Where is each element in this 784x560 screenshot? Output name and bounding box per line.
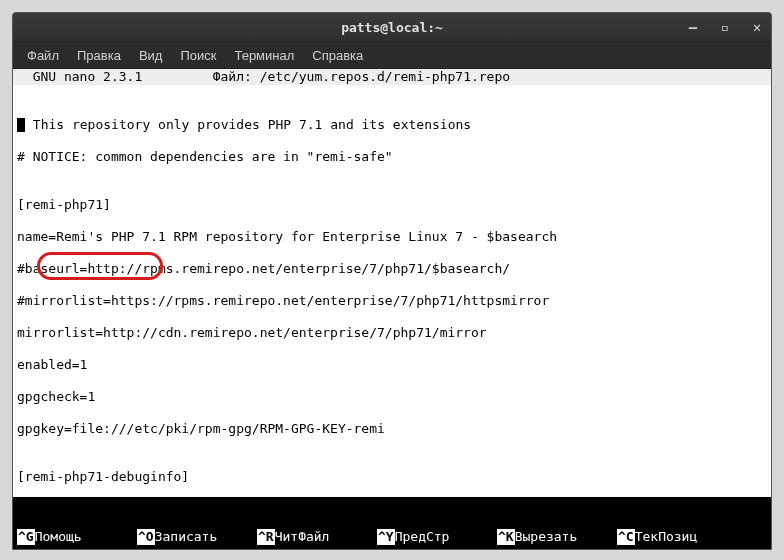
menu-file[interactable]: Файл [19,45,67,66]
shortcut-row: ^G Помощь ^O Записать ^R ЧитФайл ^Y Пред… [17,529,767,545]
editor-line: #baseurl=http://rpms.remirepo.net/enterp… [17,261,767,277]
editor-line: mirrorlist=http://cdn.remirepo.net/enter… [17,325,767,341]
shortcut-key: ^G [17,529,35,545]
menu-help[interactable]: Справка [304,45,371,66]
minimize-button[interactable]: — [685,19,701,35]
editor-line: This repository only provides PHP 7.1 an… [17,101,767,133]
close-button[interactable]: ✕ [749,19,765,35]
window-title: patts@local:~ [341,20,443,35]
nano-version: GNU nano 2.3.1 [17,69,213,85]
nano-header: GNU nano 2.3.1 Файл: /etc/yum.repos.d/re… [13,69,771,85]
editor-body[interactable]: This repository only provides PHP 7.1 an… [13,85,771,469]
terminal-area[interactable]: GNU nano 2.3.1 Файл: /etc/yum.repos.d/re… [13,69,771,549]
shortcut-key: ^K [497,529,515,545]
window-controls: — ▫ ✕ [685,13,765,41]
cursor-icon [17,118,25,132]
editor-line: #mirrorlist=https://rpms.remirepo.net/en… [17,293,767,309]
terminal-window: patts@local:~ — ▫ ✕ Файл Правка Вид Поис… [12,12,772,550]
shortcut-label: ТекПозиц [635,529,698,545]
shortcut-label: ЧитФайл [275,529,330,545]
menubar: Файл Правка Вид Поиск Терминал Справка [13,42,771,69]
editor-line: name=Remi's PHP 7.1 RPM repository for E… [17,229,767,245]
titlebar[interactable]: patts@local:~ — ▫ ✕ [13,13,771,42]
shortcut-label: Вырезать [515,529,578,545]
shortcut-label: Записать [155,529,218,545]
menu-edit[interactable]: Правка [69,45,129,66]
maximize-button[interactable]: ▫ [717,19,733,35]
menu-view[interactable]: Вид [131,45,171,66]
nano-file: Файл: /etc/yum.repos.d/remi-php71.repo [213,69,604,85]
shortcut-label: ПредСтр [395,529,450,545]
shortcut-key: ^R [257,529,275,545]
editor-line-enabled: enabled=1 [17,357,767,373]
shortcut-label: Помощь [35,529,82,545]
editor-line: gpgcheck=1 [17,389,767,405]
editor-line: # NOTICE: common dependencies are in "re… [17,149,767,165]
shortcut-key: ^Y [377,529,395,545]
shortcut-key: ^C [617,529,635,545]
editor-line: gpgkey=file:///etc/pki/rpm-gpg/RPM-GPG-K… [17,421,767,437]
shortcut-key: ^O [137,529,155,545]
editor-line: [remi-php71] [17,197,767,213]
menu-terminal[interactable]: Терминал [226,45,302,66]
menu-search[interactable]: Поиск [172,45,224,66]
